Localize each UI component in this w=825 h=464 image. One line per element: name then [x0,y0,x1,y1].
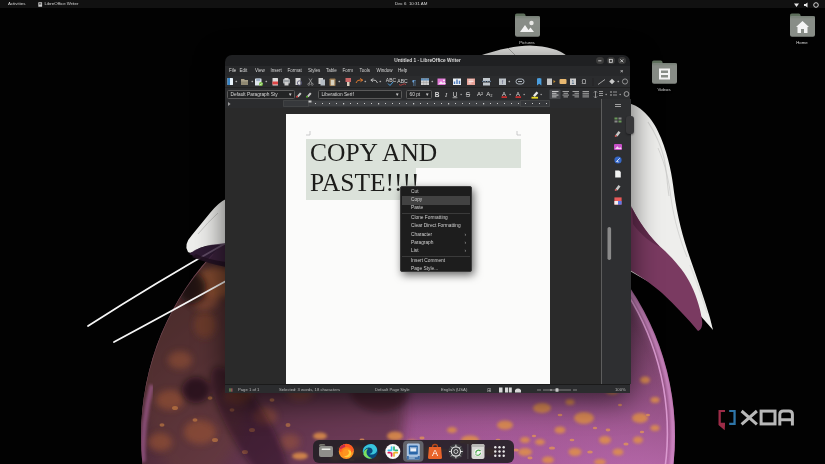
svg-text:ABC: ABC [386,77,397,83]
svg-text:¶: ¶ [412,78,416,87]
svg-text:I: I [444,91,448,98]
svg-text:A: A [516,91,520,97]
svg-text:A: A [502,91,506,97]
svg-text:ABC: ABC [397,78,408,84]
svg-text:⊞: ⊞ [487,387,491,393]
svg-text:1: 1 [572,79,575,85]
svg-text:S: S [466,91,471,98]
svg-text:A₂: A₂ [486,91,493,97]
svg-text:U: U [453,91,458,98]
svg-text:B: B [435,91,440,98]
svg-text:A²: A² [477,91,483,97]
svg-text:A: A [432,448,438,458]
svg-text:Ω: Ω [582,78,587,85]
